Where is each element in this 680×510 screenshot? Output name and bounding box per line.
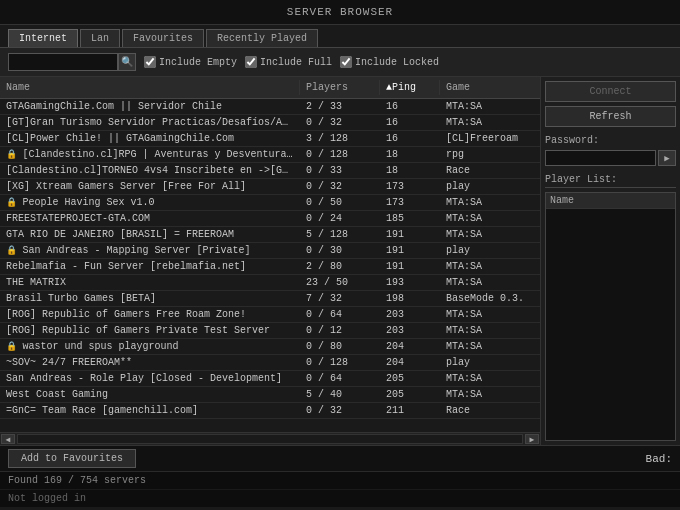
server-name-cell: [ROG] Republic of Gamers Free Roam Zone! [0, 308, 300, 321]
status-bar: Found 169 / 754 servers [0, 471, 680, 489]
server-ping-cell: 191 [380, 260, 440, 273]
server-game-cell: MTA:SA [440, 212, 540, 225]
server-ping-cell: 16 [380, 132, 440, 145]
connect-button[interactable]: Connect [545, 81, 676, 102]
server-players-cell: 7 / 32 [300, 292, 380, 305]
server-game-cell: MTA:SA [440, 340, 540, 353]
server-game-cell: MTA:SA [440, 308, 540, 321]
include-locked-checkbox[interactable] [340, 56, 352, 68]
server-players-cell: 0 / 32 [300, 404, 380, 417]
server-ping-cell: 185 [380, 212, 440, 225]
table-row[interactable]: [XG] Xtream Gamers Server [Free For All]… [0, 179, 540, 195]
search-input[interactable] [8, 53, 118, 71]
table-row[interactable]: San Andreas - Role Play [Closed - Develo… [0, 371, 540, 387]
table-row[interactable]: 🔒 San Andreas - Mapping Server [Private]… [0, 243, 540, 259]
table-row[interactable]: GTAGamingChile.Com || Servidor Chile2 / … [0, 99, 540, 115]
server-game-cell: MTA:SA [440, 276, 540, 289]
server-ping-cell: 173 [380, 180, 440, 193]
server-name-cell: 🔒 San Andreas - Mapping Server [Private] [0, 244, 300, 257]
server-table[interactable]: GTAGamingChile.Com || Servidor Chile2 / … [0, 99, 540, 432]
server-ping-cell: 203 [380, 324, 440, 337]
table-row[interactable]: FREESTATEPROJECT-GTA.COM0 / 24185MTA:SA [0, 211, 540, 227]
table-header: Name Players ▲Ping Game [0, 77, 540, 99]
table-row[interactable]: [ROG] Republic of Gamers Free Roam Zone!… [0, 307, 540, 323]
lock-icon: 🔒 [6, 246, 22, 256]
server-players-cell: 0 / 64 [300, 308, 380, 321]
server-players-cell: 23 / 50 [300, 276, 380, 289]
tab-recently-played[interactable]: Recently Played [206, 29, 318, 47]
server-ping-cell: 191 [380, 244, 440, 257]
col-header-players[interactable]: Players [300, 80, 380, 95]
server-game-cell: MTA:SA [440, 116, 540, 129]
tab-favourites[interactable]: Favourites [122, 29, 204, 47]
server-name-cell: GTAGamingChile.Com || Servidor Chile [0, 100, 300, 113]
bad-label-text: Bad: [646, 453, 672, 465]
table-row[interactable]: [GT]Gran Turismo Servidor Practicas/Desa… [0, 115, 540, 131]
col-header-game[interactable]: Game [440, 80, 540, 95]
include-empty-checkbox[interactable] [144, 56, 156, 68]
server-game-cell: MTA:SA [440, 100, 540, 113]
horizontal-scrollbar[interactable]: ◀ ▶ [0, 432, 540, 445]
server-name-cell: GTA RIO DE JANEIRO [BRASIL] = FREEROAM [0, 228, 300, 241]
server-players-cell: 0 / 128 [300, 148, 380, 161]
include-empty-label[interactable]: Include Empty [144, 56, 237, 68]
tabs-bar: Internet Lan Favourites Recently Played [0, 25, 680, 48]
include-full-label[interactable]: Include Full [245, 56, 332, 68]
server-name-cell: 🔒 People Having Sex v1.0 [0, 196, 300, 209]
server-players-cell: 0 / 30 [300, 244, 380, 257]
bad-section: Bad: [646, 453, 672, 465]
server-game-cell: MTA:SA [440, 388, 540, 401]
server-ping-cell: 18 [380, 164, 440, 177]
window-title: SERVER BROWSER [287, 6, 393, 18]
table-row[interactable]: 🔒 [Clandestino.cl]RPG | Aventuras y Desv… [0, 147, 540, 163]
col-header-name[interactable]: Name [0, 80, 300, 95]
server-players-cell: 5 / 128 [300, 228, 380, 241]
table-row[interactable]: Rebelmafia - Fun Server [rebelmafia.net]… [0, 259, 540, 275]
server-game-cell: play [440, 180, 540, 193]
server-players-cell: 2 / 80 [300, 260, 380, 273]
search-icon-button[interactable]: 🔍 [118, 53, 136, 71]
server-ping-cell: 18 [380, 148, 440, 161]
password-field-row: ▶ [545, 150, 676, 166]
server-players-cell: 0 / 80 [300, 340, 380, 353]
table-row[interactable]: [ROG] Republic of Gamers Private Test Se… [0, 323, 540, 339]
table-row[interactable]: =GnC= Team Race [gamenchill.com]0 / 3221… [0, 403, 540, 419]
tab-internet[interactable]: Internet [8, 29, 78, 47]
password-go-icon[interactable]: ▶ [658, 150, 676, 166]
server-name-cell: 🔒 [Clandestino.cl]RPG | Aventuras y Desv… [0, 148, 300, 161]
server-players-cell: 0 / 128 [300, 356, 380, 369]
scroll-track[interactable] [17, 434, 523, 444]
include-full-checkbox[interactable] [245, 56, 257, 68]
server-name-cell: THE MATRIX [0, 276, 300, 289]
server-players-cell: 0 / 50 [300, 196, 380, 209]
table-row[interactable]: GTA RIO DE JANEIRO [BRASIL] = FREEROAM5 … [0, 227, 540, 243]
table-row[interactable]: West Coast Gaming5 / 40205MTA:SA [0, 387, 540, 403]
server-players-cell: 5 / 40 [300, 388, 380, 401]
table-row[interactable]: 🔒 wastor und spus playground0 / 80204MTA… [0, 339, 540, 355]
player-list-area: Name [545, 192, 676, 441]
server-game-cell: MTA:SA [440, 260, 540, 273]
server-ping-cell: 205 [380, 388, 440, 401]
refresh-button[interactable]: Refresh [545, 106, 676, 127]
player-list-header: Name [546, 193, 675, 209]
server-game-cell: Race [440, 404, 540, 417]
scroll-left-btn[interactable]: ◀ [1, 434, 15, 444]
col-header-ping[interactable]: ▲Ping [380, 80, 440, 95]
lock-icon: 🔒 [6, 342, 22, 352]
server-ping-cell: 191 [380, 228, 440, 241]
table-row[interactable]: ~SOV~ 24/7 FREEROAM**0 / 128204play [0, 355, 540, 371]
add-favourites-button[interactable]: Add to Favourites [8, 449, 136, 468]
server-count: Found 169 / 754 servers [8, 475, 146, 486]
table-row[interactable]: [Clandestino.cl]TORNEO 4vs4 Inscribete e… [0, 163, 540, 179]
password-input[interactable] [545, 150, 656, 166]
server-game-cell: BaseMode 0.3. [440, 292, 540, 305]
table-row[interactable]: [CL]Power Chile! || GTAGamingChile.Com3 … [0, 131, 540, 147]
scroll-right-btn[interactable]: ▶ [525, 434, 539, 444]
table-row[interactable]: Brasil Turbo Games [BETA]7 / 32198BaseMo… [0, 291, 540, 307]
tab-lan[interactable]: Lan [80, 29, 120, 47]
server-name-cell: San Andreas - Role Play [Closed - Develo… [0, 372, 300, 385]
server-ping-cell: 204 [380, 356, 440, 369]
table-row[interactable]: 🔒 People Having Sex v1.00 / 50173MTA:SA [0, 195, 540, 211]
table-row[interactable]: THE MATRIX23 / 50193MTA:SA [0, 275, 540, 291]
include-locked-label[interactable]: Include Locked [340, 56, 439, 68]
